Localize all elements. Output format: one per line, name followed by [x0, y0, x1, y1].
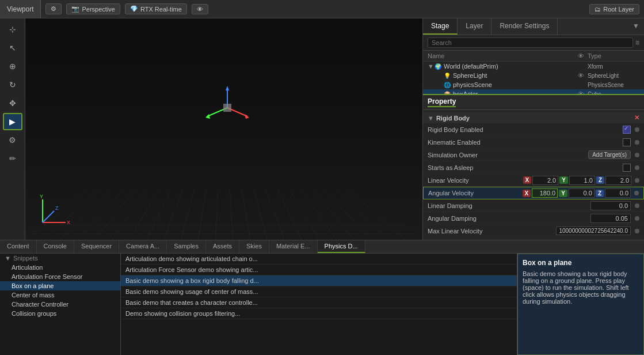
detail-collision-groups[interactable]: Demo showing collision groups filtering.…	[121, 308, 517, 319]
tab-skies[interactable]: Skies	[239, 240, 269, 253]
angular-vel-y-input[interactable]	[569, 188, 595, 198]
detail-articulation-force-sensor[interactable]: Articulation Force Sensor demo showing a…	[121, 265, 517, 275]
world-name: World (defaultPrim)	[444, 63, 574, 70]
root-layer-button[interactable]: 🗂 Root Layer	[589, 4, 639, 14]
snippet-collision-groups[interactable]: Collision groups	[0, 309, 120, 318]
section-arrow-icon: ▼	[428, 115, 434, 122]
rigid-body-section-header[interactable]: ▼ Rigid Body ✕	[423, 112, 644, 123]
physics-tool-button[interactable]: ⚙	[3, 131, 22, 149]
viewport-canvas: X Y Z	[25, 18, 422, 240]
tab-layer[interactable]: Layer	[458, 18, 491, 35]
tree-row-spherelight[interactable]: 💡 SphereLight 👁 SphereLight	[423, 71, 644, 80]
prop-kinematic-enabled: Kinematic Enabled	[423, 136, 644, 149]
snippet-center-of-mass[interactable]: Center of mass	[0, 290, 120, 300]
tab-samples[interactable]: Samples	[167, 240, 206, 253]
svg-text:X: X	[67, 220, 70, 225]
tab-material-e[interactable]: Material E...	[269, 240, 318, 253]
tab-stage[interactable]: Stage	[423, 18, 458, 35]
max-linear-velocity-input[interactable]	[556, 226, 631, 235]
rigid-body-enabled-value	[623, 126, 639, 134]
settings-button[interactable]: ⚙	[45, 3, 62, 14]
rtx-button[interactable]: 💎 RTX Real-time	[125, 3, 187, 14]
world-icon: 🌍	[435, 63, 444, 70]
arrow-tool-button[interactable]: ↖	[3, 39, 22, 56]
spherelight-name: SphereLight	[453, 72, 574, 79]
tab-render-settings[interactable]: Render Settings	[491, 18, 558, 35]
rigid-body-label: Rigid Body	[436, 115, 470, 122]
tab-physics-d[interactable]: Physics D...	[318, 240, 365, 253]
linear-vel-z-input[interactable]	[605, 176, 631, 185]
kinematic-enabled-checkbox[interactable]	[623, 138, 631, 146]
filter-icon[interactable]: ▼	[628, 18, 644, 35]
prop-linear-velocity: Linear Velocity X Y Z	[423, 174, 644, 187]
angular-vel-z-input[interactable]	[605, 188, 631, 198]
close-section-icon[interactable]: ✕	[634, 114, 639, 122]
col-type-header: Type	[588, 52, 639, 59]
viewport-controls: ⚙ 📷 Perspective 💎 RTX Real-time 👁 🗂 Root…	[41, 0, 644, 18]
snippets-section-header[interactable]: ▼ Snippets	[0, 254, 120, 263]
perspective-label: Perspective	[82, 6, 115, 13]
tab-sequencer[interactable]: Sequencer	[74, 240, 119, 253]
perspective-button[interactable]: 📷 Perspective	[66, 3, 120, 14]
linear-damping-input[interactable]	[590, 201, 631, 210]
tab-console[interactable]: Console	[37, 240, 74, 253]
col-vis-header: 👁	[574, 52, 588, 59]
move-tool-button[interactable]: ✥	[3, 95, 22, 112]
rigid-body-enabled-dot	[635, 127, 639, 132]
angular-velocity-label: Angular Velocity	[428, 190, 523, 197]
tree-row-physics-scene[interactable]: 🌐 physicsScene PhysicsScene	[423, 80, 644, 89]
property-tab[interactable]: Property	[428, 97, 456, 107]
kinematic-enabled-dot	[635, 140, 639, 145]
select-tool-button[interactable]: ⊹	[3, 21, 22, 38]
linear-vel-y-input[interactable]	[569, 176, 595, 185]
rtx-icon: 💎	[130, 5, 138, 13]
viewport-tab: Viewport	[0, 0, 41, 18]
kinematic-enabled-value	[623, 138, 639, 146]
tree-row-world[interactable]: ▼ 🌍 World (defaultPrim) Xform	[423, 62, 644, 71]
snippet-detail-list: Articulation demo showing articulated ch…	[121, 254, 517, 355]
detail-center-of-mass[interactable]: Basic demo showing usage of center of ma…	[121, 286, 517, 297]
snippet-articulation-force-sensor[interactable]: Articulation Force Sensor	[0, 272, 120, 281]
linear-damping-value	[590, 201, 639, 210]
play-tool-button[interactable]: ▶	[3, 113, 22, 130]
search-filter-icon[interactable]: ≡	[635, 39, 639, 47]
simulation-owner-value: Add Target(s)	[588, 150, 639, 159]
tab-camera-a[interactable]: Camera A...	[119, 240, 167, 253]
tab-content[interactable]: Content	[0, 240, 37, 253]
add-target-button[interactable]: Add Target(s)	[588, 150, 631, 159]
svg-marker-1	[226, 86, 229, 90]
transform-handle	[204, 85, 250, 133]
rigid-body-enabled-checkbox[interactable]	[623, 126, 631, 134]
rotate-tool-button[interactable]: ↻	[3, 76, 22, 93]
angular-vel-x-input[interactable]	[532, 188, 558, 198]
tab-assets[interactable]: Assets	[206, 240, 239, 253]
prop-linear-damping: Linear Damping	[423, 199, 644, 212]
snippet-character-controller[interactable]: Character Controller	[0, 300, 120, 309]
snippet-box-on-plane[interactable]: Box on a plane	[0, 281, 120, 290]
physics-scene-name: physicsScene	[453, 81, 574, 88]
angular-damping-input[interactable]	[590, 214, 631, 223]
eye-button[interactable]: 👁	[192, 4, 208, 14]
simulation-owner-label: Simulation Owner	[428, 152, 588, 158]
rigid-body-enabled-label: Rigid Body Enabled	[428, 126, 623, 133]
spherelight-type: SphereLight	[588, 73, 639, 79]
snippet-articulation[interactable]: Articulation	[0, 263, 120, 272]
tooltip-text: Basic demo showing a box rigid body fall…	[523, 270, 639, 305]
tree-row-boxactor[interactable]: 📦 boxActor 👁 Cube	[423, 89, 644, 94]
property-header: Property	[423, 95, 644, 110]
svg-rect-6	[223, 104, 231, 112]
detail-character-controller[interactable]: Basic demo that creates a character cont…	[121, 297, 517, 308]
select-icon: ⊹	[9, 25, 16, 34]
detail-box-on-plane[interactable]: Basic demo showing a box rigid body fall…	[121, 275, 517, 286]
viewport[interactable]: X Y Z	[25, 18, 422, 240]
detail-articulation[interactable]: Articulation demo showing articulated ch…	[121, 254, 517, 265]
simulation-owner-dot	[635, 153, 639, 157]
orbit-tool-button[interactable]: ⊕	[3, 58, 22, 75]
stage-search-input[interactable]	[428, 37, 633, 48]
starts-as-asleep-value	[623, 164, 639, 172]
starts-as-asleep-checkbox[interactable]	[623, 164, 631, 172]
layers-icon: 🗂	[595, 6, 601, 13]
brush-tool-button[interactable]: ✏	[3, 150, 22, 167]
linear-vel-x-input[interactable]	[532, 176, 558, 185]
starts-as-asleep-dot	[635, 165, 639, 170]
